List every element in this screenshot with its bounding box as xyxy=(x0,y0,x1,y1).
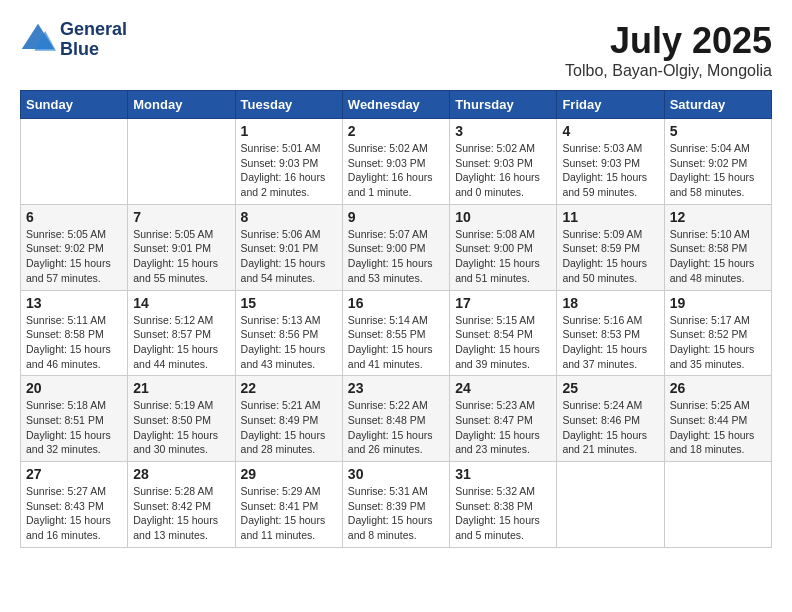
calendar-cell: 28Sunrise: 5:28 AM Sunset: 8:42 PM Dayli… xyxy=(128,462,235,548)
day-info: Sunrise: 5:04 AM Sunset: 9:02 PM Dayligh… xyxy=(670,141,766,200)
day-info: Sunrise: 5:29 AM Sunset: 8:41 PM Dayligh… xyxy=(241,484,337,543)
weekday-header-thursday: Thursday xyxy=(450,91,557,119)
day-info: Sunrise: 5:25 AM Sunset: 8:44 PM Dayligh… xyxy=(670,398,766,457)
calendar-cell xyxy=(21,119,128,205)
day-number: 22 xyxy=(241,380,337,396)
calendar-cell: 18Sunrise: 5:16 AM Sunset: 8:53 PM Dayli… xyxy=(557,290,664,376)
day-info: Sunrise: 5:14 AM Sunset: 8:55 PM Dayligh… xyxy=(348,313,444,372)
day-number: 19 xyxy=(670,295,766,311)
day-number: 15 xyxy=(241,295,337,311)
day-info: Sunrise: 5:22 AM Sunset: 8:48 PM Dayligh… xyxy=(348,398,444,457)
day-number: 24 xyxy=(455,380,551,396)
day-info: Sunrise: 5:19 AM Sunset: 8:50 PM Dayligh… xyxy=(133,398,229,457)
day-info: Sunrise: 5:13 AM Sunset: 8:56 PM Dayligh… xyxy=(241,313,337,372)
logo-text: General Blue xyxy=(60,20,127,60)
day-info: Sunrise: 5:31 AM Sunset: 8:39 PM Dayligh… xyxy=(348,484,444,543)
calendar-cell: 9Sunrise: 5:07 AM Sunset: 9:00 PM Daylig… xyxy=(342,204,449,290)
calendar-cell: 15Sunrise: 5:13 AM Sunset: 8:56 PM Dayli… xyxy=(235,290,342,376)
day-info: Sunrise: 5:05 AM Sunset: 9:02 PM Dayligh… xyxy=(26,227,122,286)
calendar-cell: 3Sunrise: 5:02 AM Sunset: 9:03 PM Daylig… xyxy=(450,119,557,205)
day-info: Sunrise: 5:32 AM Sunset: 8:38 PM Dayligh… xyxy=(455,484,551,543)
day-number: 30 xyxy=(348,466,444,482)
day-info: Sunrise: 5:17 AM Sunset: 8:52 PM Dayligh… xyxy=(670,313,766,372)
day-number: 9 xyxy=(348,209,444,225)
calendar-week-row: 6Sunrise: 5:05 AM Sunset: 9:02 PM Daylig… xyxy=(21,204,772,290)
logo-icon xyxy=(20,22,56,58)
day-info: Sunrise: 5:02 AM Sunset: 9:03 PM Dayligh… xyxy=(455,141,551,200)
day-number: 11 xyxy=(562,209,658,225)
calendar-cell: 4Sunrise: 5:03 AM Sunset: 9:03 PM Daylig… xyxy=(557,119,664,205)
calendar-cell: 6Sunrise: 5:05 AM Sunset: 9:02 PM Daylig… xyxy=(21,204,128,290)
logo: General Blue xyxy=(20,20,127,60)
calendar-cell: 16Sunrise: 5:14 AM Sunset: 8:55 PM Dayli… xyxy=(342,290,449,376)
calendar-cell: 20Sunrise: 5:18 AM Sunset: 8:51 PM Dayli… xyxy=(21,376,128,462)
day-info: Sunrise: 5:15 AM Sunset: 8:54 PM Dayligh… xyxy=(455,313,551,372)
weekday-header-row: SundayMondayTuesdayWednesdayThursdayFrid… xyxy=(21,91,772,119)
calendar-cell: 30Sunrise: 5:31 AM Sunset: 8:39 PM Dayli… xyxy=(342,462,449,548)
page-header: General Blue July 2025 Tolbo, Bayan-Olgi… xyxy=(20,20,772,80)
day-info: Sunrise: 5:10 AM Sunset: 8:58 PM Dayligh… xyxy=(670,227,766,286)
day-number: 23 xyxy=(348,380,444,396)
day-number: 1 xyxy=(241,123,337,139)
calendar-cell: 31Sunrise: 5:32 AM Sunset: 8:38 PM Dayli… xyxy=(450,462,557,548)
day-info: Sunrise: 5:16 AM Sunset: 8:53 PM Dayligh… xyxy=(562,313,658,372)
day-number: 6 xyxy=(26,209,122,225)
day-info: Sunrise: 5:18 AM Sunset: 8:51 PM Dayligh… xyxy=(26,398,122,457)
day-info: Sunrise: 5:23 AM Sunset: 8:47 PM Dayligh… xyxy=(455,398,551,457)
day-number: 18 xyxy=(562,295,658,311)
calendar-week-row: 13Sunrise: 5:11 AM Sunset: 8:58 PM Dayli… xyxy=(21,290,772,376)
day-number: 12 xyxy=(670,209,766,225)
calendar-cell xyxy=(664,462,771,548)
calendar-week-row: 27Sunrise: 5:27 AM Sunset: 8:43 PM Dayli… xyxy=(21,462,772,548)
weekday-header-sunday: Sunday xyxy=(21,91,128,119)
day-info: Sunrise: 5:12 AM Sunset: 8:57 PM Dayligh… xyxy=(133,313,229,372)
day-number: 5 xyxy=(670,123,766,139)
day-number: 4 xyxy=(562,123,658,139)
day-info: Sunrise: 5:21 AM Sunset: 8:49 PM Dayligh… xyxy=(241,398,337,457)
calendar-cell: 12Sunrise: 5:10 AM Sunset: 8:58 PM Dayli… xyxy=(664,204,771,290)
calendar-cell: 5Sunrise: 5:04 AM Sunset: 9:02 PM Daylig… xyxy=(664,119,771,205)
calendar-cell: 23Sunrise: 5:22 AM Sunset: 8:48 PM Dayli… xyxy=(342,376,449,462)
calendar-cell xyxy=(128,119,235,205)
calendar-cell: 11Sunrise: 5:09 AM Sunset: 8:59 PM Dayli… xyxy=(557,204,664,290)
day-number: 10 xyxy=(455,209,551,225)
day-info: Sunrise: 5:07 AM Sunset: 9:00 PM Dayligh… xyxy=(348,227,444,286)
day-info: Sunrise: 5:03 AM Sunset: 9:03 PM Dayligh… xyxy=(562,141,658,200)
calendar-cell: 13Sunrise: 5:11 AM Sunset: 8:58 PM Dayli… xyxy=(21,290,128,376)
calendar-cell: 22Sunrise: 5:21 AM Sunset: 8:49 PM Dayli… xyxy=(235,376,342,462)
day-info: Sunrise: 5:09 AM Sunset: 8:59 PM Dayligh… xyxy=(562,227,658,286)
calendar-week-row: 1Sunrise: 5:01 AM Sunset: 9:03 PM Daylig… xyxy=(21,119,772,205)
weekday-header-friday: Friday xyxy=(557,91,664,119)
calendar-cell: 14Sunrise: 5:12 AM Sunset: 8:57 PM Dayli… xyxy=(128,290,235,376)
day-number: 29 xyxy=(241,466,337,482)
calendar-cell: 17Sunrise: 5:15 AM Sunset: 8:54 PM Dayli… xyxy=(450,290,557,376)
day-info: Sunrise: 5:24 AM Sunset: 8:46 PM Dayligh… xyxy=(562,398,658,457)
day-info: Sunrise: 5:28 AM Sunset: 8:42 PM Dayligh… xyxy=(133,484,229,543)
calendar-week-row: 20Sunrise: 5:18 AM Sunset: 8:51 PM Dayli… xyxy=(21,376,772,462)
day-info: Sunrise: 5:01 AM Sunset: 9:03 PM Dayligh… xyxy=(241,141,337,200)
calendar-cell: 29Sunrise: 5:29 AM Sunset: 8:41 PM Dayli… xyxy=(235,462,342,548)
day-number: 25 xyxy=(562,380,658,396)
weekday-header-saturday: Saturday xyxy=(664,91,771,119)
day-info: Sunrise: 5:27 AM Sunset: 8:43 PM Dayligh… xyxy=(26,484,122,543)
weekday-header-wednesday: Wednesday xyxy=(342,91,449,119)
location: Tolbo, Bayan-Olgiy, Mongolia xyxy=(565,62,772,80)
day-number: 27 xyxy=(26,466,122,482)
day-number: 13 xyxy=(26,295,122,311)
calendar-cell: 7Sunrise: 5:05 AM Sunset: 9:01 PM Daylig… xyxy=(128,204,235,290)
weekday-header-monday: Monday xyxy=(128,91,235,119)
calendar-cell: 25Sunrise: 5:24 AM Sunset: 8:46 PM Dayli… xyxy=(557,376,664,462)
calendar-cell: 10Sunrise: 5:08 AM Sunset: 9:00 PM Dayli… xyxy=(450,204,557,290)
calendar-cell: 2Sunrise: 5:02 AM Sunset: 9:03 PM Daylig… xyxy=(342,119,449,205)
day-number: 8 xyxy=(241,209,337,225)
day-number: 21 xyxy=(133,380,229,396)
day-number: 31 xyxy=(455,466,551,482)
day-number: 16 xyxy=(348,295,444,311)
calendar-cell xyxy=(557,462,664,548)
calendar-table: SundayMondayTuesdayWednesdayThursdayFrid… xyxy=(20,90,772,548)
calendar-cell: 21Sunrise: 5:19 AM Sunset: 8:50 PM Dayli… xyxy=(128,376,235,462)
calendar-cell: 19Sunrise: 5:17 AM Sunset: 8:52 PM Dayli… xyxy=(664,290,771,376)
day-number: 7 xyxy=(133,209,229,225)
day-number: 14 xyxy=(133,295,229,311)
calendar-cell: 26Sunrise: 5:25 AM Sunset: 8:44 PM Dayli… xyxy=(664,376,771,462)
